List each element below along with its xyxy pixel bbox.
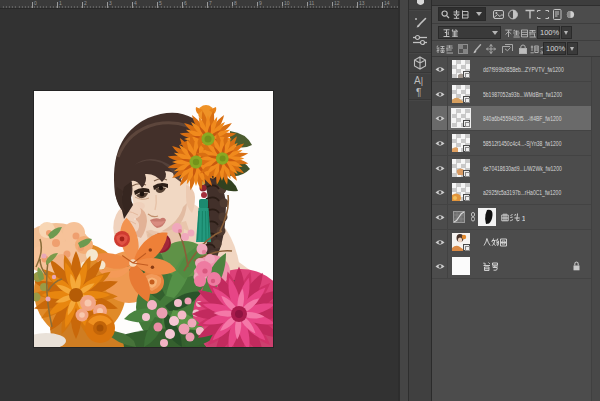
svg-text:1: 1 bbox=[522, 214, 526, 223]
